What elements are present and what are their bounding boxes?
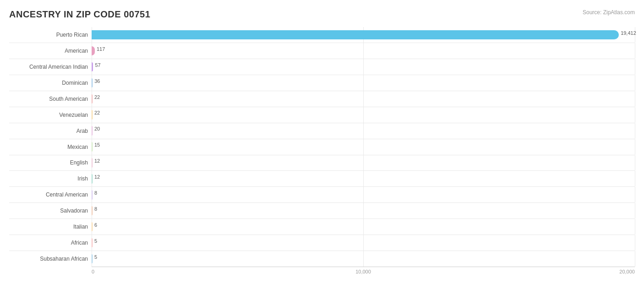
bar-wrapper: 6	[92, 219, 635, 235]
bar: 117	[92, 46, 95, 55]
bar: 19,412	[92, 30, 619, 39]
bar-value: 22	[94, 110, 100, 115]
bar-label: Mexican	[9, 144, 92, 150]
bar: 8	[92, 206, 93, 215]
bar-label: Central American	[9, 191, 92, 198]
bar-label: Dominican	[9, 80, 92, 86]
bar-value: 57	[95, 62, 100, 68]
bar-value: 8	[94, 190, 97, 196]
x-tick: 20,000	[454, 269, 635, 274]
bar-value: 15	[94, 142, 100, 148]
bar-label: African	[9, 240, 92, 246]
bar-row: Venezuelan22	[9, 107, 635, 123]
bar-row: South American22	[9, 91, 635, 107]
bar-row: Central American8	[9, 187, 635, 203]
bar-wrapper: 22	[92, 107, 635, 123]
bar-row: Arab20	[9, 123, 635, 139]
source-label: Source: ZipAtlas.com	[583, 9, 635, 16]
x-tick: 10,000	[273, 269, 453, 274]
bar-row: Dominican36	[9, 75, 635, 91]
bar-value: 5	[94, 238, 97, 244]
bar: 22	[92, 110, 93, 119]
bar-wrapper: 12	[92, 155, 635, 171]
bar-wrapper: 5	[92, 251, 635, 267]
bar: 12	[92, 174, 93, 183]
bar-wrapper: 19,412	[92, 27, 635, 43]
chart-area: Puerto Rican19,412American117Central Ame…	[9, 27, 635, 274]
bar-value: 5	[94, 254, 97, 260]
bar: 15	[92, 142, 93, 151]
bar-row: Puerto Rican19,412	[9, 27, 635, 43]
bar-value: 6	[94, 222, 97, 228]
bar-row: Italian6	[9, 219, 635, 235]
bar-row: African5	[9, 235, 635, 251]
bar-wrapper: 22	[92, 91, 635, 107]
bar-label: Central American Indian	[9, 64, 92, 70]
bar-wrapper: 15	[92, 139, 635, 155]
bar-wrapper: 12	[92, 171, 635, 186]
bar-value: 22	[94, 94, 100, 100]
bar-row: Mexican15	[9, 139, 635, 155]
bar-value: 19,412	[621, 30, 636, 36]
bar-value: 12	[94, 174, 100, 180]
bar: 22	[92, 94, 93, 104]
bar: 5	[92, 254, 93, 263]
bar: 8	[92, 190, 93, 199]
bar-wrapper: 36	[92, 75, 635, 91]
bar-value: 20	[94, 126, 100, 131]
bar-row: Central American Indian57	[9, 59, 635, 75]
bar-row: English12	[9, 155, 635, 171]
chart-container: ANCESTRY IN ZIP CODE 00751 Source: ZipAt…	[0, 0, 644, 295]
bar-row: Irish12	[9, 171, 635, 187]
bar-label: Arab	[9, 128, 92, 134]
bar: 36	[92, 78, 93, 87]
bar: 57	[92, 62, 93, 71]
bar-label: Irish	[9, 175, 92, 182]
bar-label: Italian	[9, 224, 92, 230]
bar-value: 36	[94, 78, 100, 84]
bar-label: English	[9, 159, 92, 166]
bar-label: Venezuelan	[9, 112, 92, 118]
bar-wrapper: 8	[92, 203, 635, 219]
bar: 6	[92, 222, 93, 231]
bar-value: 117	[97, 46, 105, 52]
bar-wrapper: 8	[92, 187, 635, 202]
chart-title: ANCESTRY IN ZIP CODE 00751	[9, 9, 635, 20]
bar-wrapper: 5	[92, 235, 635, 251]
bar-value: 8	[94, 206, 97, 212]
bar-label: Puerto Rican	[9, 32, 92, 38]
bar: 20	[92, 126, 93, 135]
x-tick: 0	[92, 269, 273, 274]
bar: 12	[92, 158, 93, 167]
x-axis: 010,00020,000	[92, 267, 635, 274]
bar-row: Salvadoran8	[9, 203, 635, 219]
bar-wrapper: 20	[92, 123, 635, 139]
bar-label: South American	[9, 96, 92, 102]
bar-row: Subsaharan African5	[9, 251, 635, 267]
bar: 5	[92, 238, 93, 247]
bar-label: American	[9, 48, 92, 54]
bar-value: 12	[94, 158, 100, 164]
bar-label: Subsaharan African	[9, 256, 92, 262]
bar-wrapper: 57	[92, 59, 635, 75]
bar-wrapper: 117	[92, 43, 635, 59]
bar-label: Salvadoran	[9, 208, 92, 214]
bars-section: Puerto Rican19,412American117Central Ame…	[9, 27, 635, 267]
bar-row: American117	[9, 43, 635, 59]
